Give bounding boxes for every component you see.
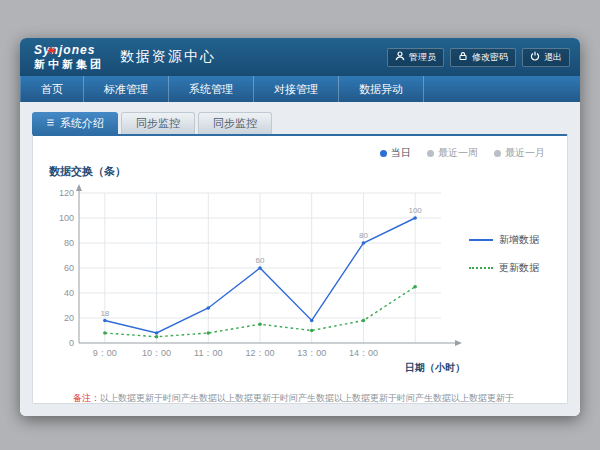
admin-button-label: 管理员 — [409, 51, 436, 64]
svg-text:100: 100 — [408, 206, 422, 215]
svg-text:60: 60 — [256, 256, 265, 265]
footnote: 备注：以上数据更新于时间产生数据以上数据更新于时间产生数据以上数据更新于时间产生… — [47, 391, 553, 404]
chart-row: 0204060801001209：0010：0011：0012：0013：001… — [47, 181, 553, 377]
chart-panel: 当日 最近一周 最近一月 数据交换（条） 0204060801001209：00… — [32, 134, 568, 404]
filter-last-month[interactable]: 最近一月 — [494, 146, 545, 160]
nav-item-system-mgmt[interactable]: 系统管理 — [169, 76, 254, 102]
tabs-row: 系统介绍 同步监控 同步监控 — [32, 112, 568, 134]
filter-dot-icon — [494, 150, 501, 157]
tab-sync-monitor-2[interactable]: 同步监控 — [198, 112, 272, 134]
legend-item-updated-data: 更新数据 — [469, 261, 539, 275]
svg-text:日期（小时）: 日期（小时） — [405, 362, 465, 373]
svg-text:13：00: 13：00 — [297, 348, 326, 358]
logo-star-icon — [47, 41, 56, 59]
legend-line-sample — [469, 267, 493, 269]
footnote-label: 备注： — [73, 393, 100, 403]
filter-today[interactable]: 当日 — [380, 146, 411, 160]
filter-last-week[interactable]: 最近一周 — [427, 146, 478, 160]
svg-text:9：00: 9：00 — [93, 348, 117, 358]
title-bar: Synjones 新中新集团 数据资源中心 管理员 修改密码 — [20, 38, 580, 76]
change-password-button-label: 修改密码 — [472, 51, 508, 64]
legend-item-new-data: 新增数据 — [469, 233, 539, 247]
logout-button[interactable]: 退出 — [522, 48, 570, 67]
logo-text: Synjones — [34, 44, 104, 58]
nav-item-home[interactable]: 首页 — [20, 76, 84, 102]
nav-item-interface-mgmt[interactable]: 对接管理 — [254, 76, 339, 102]
content-area: 系统介绍 同步监控 同步监控 当日 最近一周 — [20, 102, 580, 416]
header-actions: 管理员 修改密码 退出 — [387, 48, 570, 67]
user-icon — [395, 51, 405, 63]
svg-text:12：00: 12：00 — [245, 348, 274, 358]
desktop-background: Synjones 新中新集团 数据资源中心 管理员 修改密码 — [0, 0, 600, 450]
tab-list-icon — [46, 117, 55, 129]
tab-label: 同步监控 — [213, 116, 257, 131]
svg-text:80: 80 — [359, 231, 368, 240]
nav-item-data-change[interactable]: 数据异动 — [339, 76, 424, 102]
footnote-text: 以上数据更新于时间产生数据以上数据更新于时间产生数据以上数据更新于时间产生数据以… — [100, 393, 514, 403]
svg-text:10：00: 10：00 — [142, 348, 171, 358]
filter-label: 最近一周 — [438, 146, 478, 160]
filter-dot-icon — [380, 150, 387, 157]
svg-text:18: 18 — [100, 309, 109, 318]
svg-text:11：00: 11：00 — [194, 348, 222, 358]
main-nav: 首页 标准管理 系统管理 对接管理 数据异动 — [20, 76, 580, 102]
tab-system-intro[interactable]: 系统介绍 — [32, 112, 118, 134]
tab-sync-monitor-1[interactable]: 同步监控 — [121, 112, 195, 134]
line-chart: 0204060801001209：0010：0011：0012：0013：001… — [47, 181, 467, 377]
page-title: 数据资源中心 — [120, 48, 216, 66]
logo-subtext: 新中新集团 — [34, 58, 104, 71]
svg-text:100: 100 — [59, 213, 74, 223]
logout-icon — [530, 51, 540, 63]
logout-button-label: 退出 — [544, 51, 562, 64]
svg-text:0: 0 — [69, 338, 74, 348]
svg-text:40: 40 — [64, 288, 74, 298]
filter-label: 最近一月 — [505, 146, 545, 160]
nav-item-standard-mgmt[interactable]: 标准管理 — [84, 76, 169, 102]
legend-label: 更新数据 — [499, 261, 539, 275]
svg-text:60: 60 — [64, 263, 74, 273]
svg-text:20: 20 — [64, 313, 74, 323]
tab-label: 同步监控 — [136, 116, 180, 131]
period-filters: 当日 最近一周 最近一月 — [47, 146, 545, 160]
app-window: Synjones 新中新集团 数据资源中心 管理员 修改密码 — [20, 38, 580, 416]
password-icon — [458, 51, 468, 63]
admin-button[interactable]: 管理员 — [387, 48, 444, 67]
y-axis-title: 数据交换（条） — [49, 164, 553, 179]
svg-text:80: 80 — [64, 238, 74, 248]
svg-text:120: 120 — [59, 188, 74, 198]
filter-dot-icon — [427, 150, 434, 157]
legend-label: 新增数据 — [499, 233, 539, 247]
tab-label: 系统介绍 — [60, 116, 104, 131]
legend-line-sample — [469, 239, 493, 241]
series-legend: 新增数据 更新数据 — [469, 233, 539, 377]
change-password-button[interactable]: 修改密码 — [450, 48, 516, 67]
brand-logo: Synjones 新中新集团 — [34, 44, 104, 70]
svg-text:14：00: 14：00 — [349, 348, 378, 358]
filter-label: 当日 — [391, 146, 411, 160]
